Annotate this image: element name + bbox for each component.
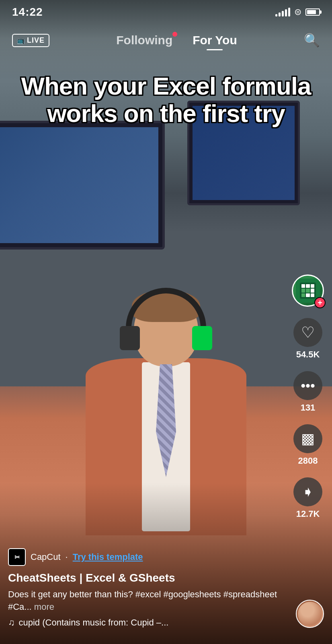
tab-foryou[interactable]: For You — [193, 33, 237, 47]
headphone-right-ear — [192, 326, 212, 350]
capcut-separator: · — [66, 552, 68, 562]
like-button[interactable]: ♡ 54.5K — [293, 318, 322, 360]
cell-6 — [311, 289, 314, 292]
like-icon-circle: ♡ — [293, 318, 322, 347]
bookmark-icon: ▩ — [301, 430, 315, 447]
signal-bar-3 — [282, 11, 284, 17]
signal-bar-5 — [288, 8, 290, 17]
share-count: 12.7K — [296, 509, 320, 519]
cell-3 — [311, 284, 314, 288]
sidebar-actions: + ♡ 54.5K ••• 131 ▩ 2808 ➧ 12.7K — [292, 275, 324, 519]
music-text: cupid (Contains music from: Cupid –... — [19, 617, 169, 628]
share-icon: ➧ — [302, 483, 314, 500]
bookmark-icon-circle: ▩ — [293, 424, 322, 453]
music-note-icon: ♫ — [8, 617, 15, 628]
signal-bar-2 — [279, 12, 281, 17]
follow-plus-badge[interactable]: + — [314, 297, 326, 308]
like-count: 54.5K — [296, 349, 320, 360]
monitor-left — [0, 121, 165, 250]
creator-name[interactable]: CheatSheets | Excel & GSheets — [8, 572, 280, 584]
music-avatar[interactable] — [296, 600, 324, 628]
cell-8 — [306, 293, 309, 297]
share-button[interactable]: ➧ 12.7K — [293, 477, 322, 519]
cell-2 — [306, 284, 309, 288]
capcut-label: CapCut — [31, 552, 61, 562]
comment-count: 131 — [301, 402, 316, 413]
live-badge[interactable]: 📺 LIVE — [12, 34, 49, 47]
creator-avatar-container[interactable]: + — [292, 275, 324, 307]
tab-following[interactable]: Following — [116, 33, 172, 47]
sheets-grid — [300, 283, 316, 299]
heart-icon: ♡ — [301, 324, 315, 341]
share-icon-circle: ➧ — [293, 477, 322, 506]
signal-bar-1 — [275, 14, 277, 17]
battery-icon — [305, 8, 320, 16]
bottom-info: ✂ CapCut · Try this template CheatSheets… — [0, 548, 288, 628]
status-bar: 14:22 ⊜ — [0, 0, 332, 24]
capcut-bar[interactable]: ✂ CapCut · Try this template — [8, 548, 280, 566]
cell-1 — [301, 284, 305, 288]
cell-9 — [311, 293, 314, 297]
status-time: 14:22 — [12, 6, 43, 19]
nav-bar: 📺 LIVE Following For You 🔍 — [0, 22, 332, 58]
comment-icon-circle: ••• — [293, 371, 322, 400]
bookmark-count: 2808 — [298, 456, 318, 466]
capcut-logo: ✂ — [8, 548, 26, 566]
video-caption: When your Excel formula works on the fir… — [0, 72, 332, 127]
music-avatar-inner — [298, 602, 322, 626]
signal-bar-4 — [285, 9, 287, 17]
status-icons: ⊜ — [275, 7, 320, 17]
notification-dot — [172, 32, 177, 37]
cell-5 — [306, 289, 309, 292]
more-link[interactable]: more — [34, 602, 54, 612]
video-caption-text: When your Excel formula works on the fir… — [16, 72, 316, 127]
nav-tabs: Following For You — [116, 33, 237, 47]
comment-button[interactable]: ••• 131 — [293, 371, 322, 413]
comment-icon: ••• — [301, 378, 315, 394]
search-icon[interactable]: 🔍 — [304, 33, 320, 48]
battery-fill — [307, 10, 316, 14]
wifi-icon: ⊜ — [294, 7, 301, 17]
tv-icon: 📺 — [17, 37, 25, 44]
video-description: Does it get any better than this? #excel… — [8, 588, 280, 613]
signal-bars — [275, 8, 290, 17]
headphone-left-ear — [120, 326, 140, 350]
music-info[interactable]: ♫ cupid (Contains music from: Cupid –... — [8, 617, 280, 628]
cell-4 — [301, 289, 305, 292]
bookmark-button[interactable]: ▩ 2808 — [293, 424, 322, 466]
cell-7 — [301, 293, 305, 297]
live-badge-text: LIVE — [27, 36, 45, 45]
capcut-cta[interactable]: Try this template — [73, 552, 143, 562]
